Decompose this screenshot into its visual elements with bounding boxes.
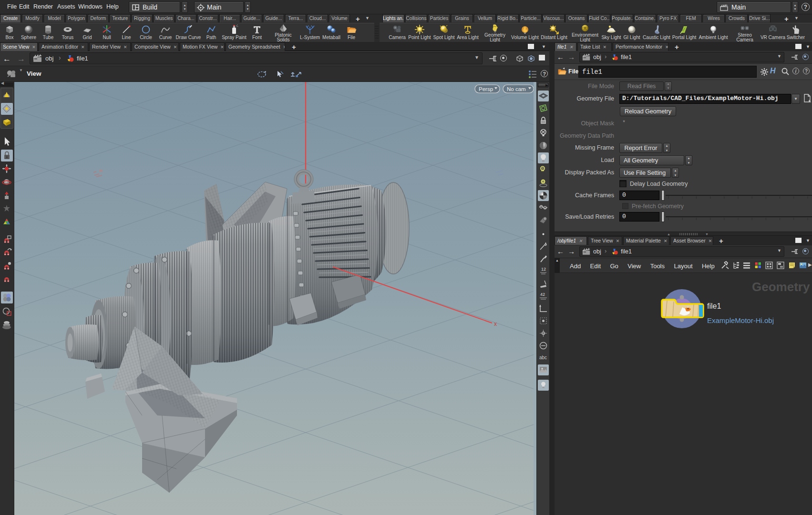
- svg-text:12: 12: [541, 267, 546, 272]
- svg-text:x: x: [494, 321, 497, 327]
- svg-text:No cam: No cam: [507, 86, 526, 92]
- svg-text:Persp: Persp: [479, 86, 493, 92]
- svg-text:42: 42: [540, 292, 545, 297]
- svg-text:abc: abc: [539, 355, 547, 360]
